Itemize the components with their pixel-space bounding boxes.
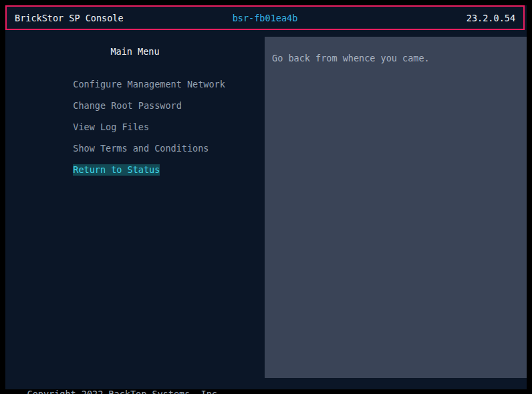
app-title: BrickStor SP Console [15, 13, 233, 23]
menu-item-label: Change Root Password [73, 100, 182, 112]
menu-title: Main Menu [5, 46, 265, 57]
main-layout: Main Menu Configure Management Network C… [5, 30, 527, 378]
title-bar: BrickStor SP Console bsr-fb01ea4b 23.2.0… [5, 5, 525, 30]
hostname: bsr-fb01ea4b [233, 13, 298, 23]
copyright-text: Copyright 2022 RackTop Systems, Inc. [27, 389, 223, 394]
menu-item-label: Return to Status [73, 164, 160, 176]
version-number: 23.2.0.54 [297, 13, 515, 23]
menu-item-description: Go back from whence you came. [272, 53, 520, 64]
menu-item-configure-management-network[interactable]: Configure Management Network [19, 67, 265, 79]
menu-item-label: Configure Management Network [73, 79, 225, 90]
menu-item-label: View Log Files [73, 122, 149, 133]
detail-panel: Go back from whence you came. [265, 37, 527, 378]
menu-list: Configure Management Network Change Root… [5, 57, 265, 164]
footer: Copyright 2022 RackTop Systems, Inc. [5, 378, 527, 389]
main-menu-panel: Main Menu Configure Management Network C… [5, 30, 265, 378]
console-screen: BrickStor SP Console bsr-fb01ea4b 23.2.0… [5, 5, 527, 389]
menu-item-label: Show Terms and Conditions [73, 143, 209, 154]
